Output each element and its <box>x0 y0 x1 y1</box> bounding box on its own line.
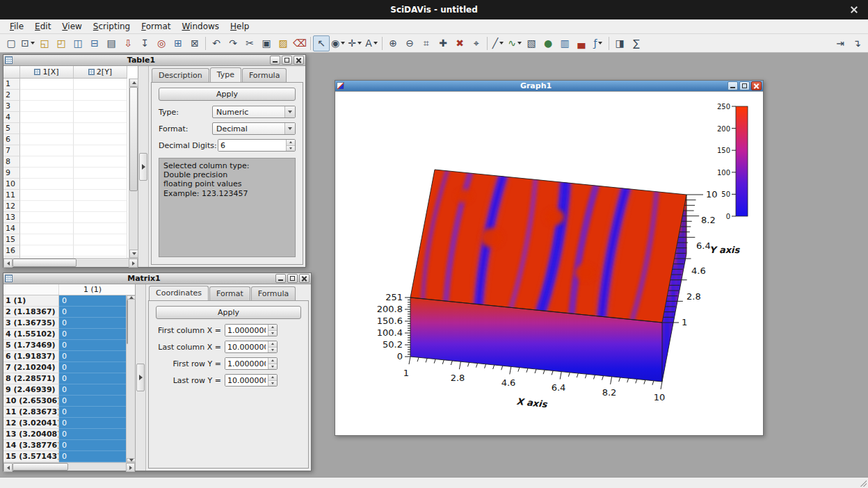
tab-format[interactable]: Format <box>209 286 250 301</box>
scroll-right-button[interactable] <box>126 463 135 472</box>
decimal-digits-input[interactable] <box>218 140 286 151</box>
spin-buttons[interactable] <box>268 358 277 369</box>
draw-line-button[interactable]: ╱ <box>490 35 506 51</box>
table-cell[interactable] <box>20 156 74 168</box>
matrix-cell[interactable]: 0 <box>59 329 126 340</box>
zoom-out-button[interactable]: ⊖ <box>401 35 418 51</box>
table-cell[interactable] <box>74 101 127 112</box>
apply-button[interactable]: Apply <box>156 306 301 319</box>
add-curve-button[interactable]: ∿ <box>506 35 523 51</box>
print-button[interactable]: ▤ <box>103 35 120 51</box>
table-cell[interactable] <box>74 168 127 179</box>
maximize-button[interactable] <box>282 56 292 65</box>
table-cell[interactable] <box>20 234 74 245</box>
table-cell[interactable] <box>20 190 74 201</box>
close-button[interactable] <box>751 81 762 90</box>
plot-area-button[interactable]: ▄ <box>573 35 590 51</box>
undo-button[interactable]: ↶ <box>208 35 225 51</box>
matrix-cell[interactable]: 0 <box>59 318 126 329</box>
export-pdf-button[interactable]: ⇩ <box>120 35 136 51</box>
row-header[interactable]: 16 <box>3 245 20 257</box>
table-cell[interactable] <box>74 112 127 123</box>
recalculate-button[interactable]: ∑ <box>628 35 645 51</box>
table-cell[interactable] <box>74 156 127 168</box>
delete-button[interactable]: ⌫ <box>291 35 308 51</box>
first-column-x-input[interactable] <box>225 325 268 336</box>
close-button[interactable] <box>294 56 304 65</box>
table-cell[interactable] <box>20 79 74 90</box>
row-header[interactable]: 1 <box>3 79 20 90</box>
spin-down-icon[interactable] <box>268 347 277 353</box>
row-header[interactable]: 9 <box>3 168 20 179</box>
menu-format[interactable]: Format <box>136 19 176 33</box>
spin-up-icon[interactable] <box>268 341 277 347</box>
lock-button[interactable]: ⊠ <box>186 35 203 51</box>
maximize-button[interactable] <box>739 81 750 90</box>
table-cell[interactable] <box>74 212 127 223</box>
collapse-panel-button[interactable] <box>139 153 147 181</box>
scroll-up-button[interactable] <box>129 79 138 87</box>
row-header[interactable]: 3 (1.36735) <box>3 318 59 329</box>
screen-reader-button[interactable]: ⌖ <box>468 35 485 51</box>
row-header[interactable]: 14 (3.38776) <box>3 440 59 451</box>
table-cell[interactable] <box>74 134 127 145</box>
last-row-y-spinbox[interactable] <box>225 374 278 387</box>
scrollbar-track[interactable] <box>13 259 129 267</box>
remove-points-button[interactable]: ✖ <box>451 35 468 51</box>
scrollbar-track[interactable] <box>129 87 138 250</box>
table-cell[interactable] <box>20 112 74 123</box>
table-cell[interactable] <box>20 201 74 212</box>
table-cell[interactable] <box>74 79 127 90</box>
decimal-digits-spinbox[interactable] <box>218 139 296 152</box>
spin-buttons[interactable] <box>268 325 277 336</box>
horizontal-scrollbar[interactable] <box>3 462 135 471</box>
save-project-button[interactable]: ◫ <box>70 35 86 51</box>
row-header[interactable]: 12 (3.02041) <box>3 418 59 429</box>
tab-coordinates[interactable]: Coordinates <box>149 286 209 300</box>
add-text-button[interactable]: A <box>363 35 380 51</box>
row-header[interactable]: 4 (1.55102) <box>3 329 59 340</box>
table-cell[interactable] <box>20 223 74 234</box>
table-cell[interactable] <box>20 245 74 257</box>
scroll-down-button[interactable] <box>127 458 136 462</box>
table-cell[interactable] <box>20 212 74 223</box>
spin-down-icon[interactable] <box>287 145 295 152</box>
row-header[interactable]: 5 <box>3 123 20 134</box>
paste-button[interactable]: ▨ <box>275 35 291 51</box>
scrollbar-thumb[interactable] <box>127 300 128 344</box>
spin-down-icon[interactable] <box>268 380 277 387</box>
first-row-y-spinbox[interactable] <box>225 357 278 370</box>
matrix-cell[interactable]: 0 <box>59 384 126 396</box>
row-header[interactable]: 11 (2.83673) <box>3 407 59 418</box>
scroll-left-button[interactable] <box>3 259 13 268</box>
matrix-cell[interactable]: 0 <box>59 373 126 384</box>
add-row-button[interactable]: ↴ <box>849 35 865 51</box>
matrix-column-header[interactable]: 1 (1) <box>59 284 126 295</box>
column-header-1x[interactable]: 1[X] <box>20 66 74 79</box>
move-points-button[interactable]: ✚ <box>435 35 451 51</box>
spin-down-icon[interactable] <box>268 364 277 370</box>
menu-edit[interactable]: Edit <box>29 19 56 33</box>
row-header[interactable]: 2 (1.18367) <box>3 307 59 318</box>
matrix-corner[interactable] <box>3 284 59 295</box>
spin-up-icon[interactable] <box>268 358 277 364</box>
table-cell[interactable] <box>74 145 127 156</box>
matrix-cell[interactable]: 0 <box>59 451 126 462</box>
open-project-button[interactable]: ◱ <box>36 35 53 51</box>
open-template-button[interactable]: ◰ <box>53 35 70 51</box>
table-cell[interactable] <box>74 90 127 101</box>
type-combobox[interactable]: Numeric <box>212 106 296 118</box>
spin-buttons[interactable] <box>286 140 295 151</box>
spin-up-icon[interactable] <box>287 140 295 145</box>
row-header[interactable]: 2 <box>3 90 20 101</box>
table-cell[interactable] <box>20 168 74 179</box>
menu-windows[interactable]: Windows <box>177 19 225 33</box>
collapse-panel-button[interactable] <box>136 364 145 391</box>
save-template-button[interactable]: ⊟ <box>86 35 103 51</box>
add-image-button[interactable]: ▧ <box>523 35 540 51</box>
row-header[interactable]: 7 (2.10204) <box>3 362 59 373</box>
new-table-button[interactable]: ⊞ <box>170 35 186 51</box>
table-cell[interactable] <box>20 90 74 101</box>
close-button[interactable] <box>299 274 310 283</box>
copy-button[interactable]: ▣ <box>258 35 275 51</box>
